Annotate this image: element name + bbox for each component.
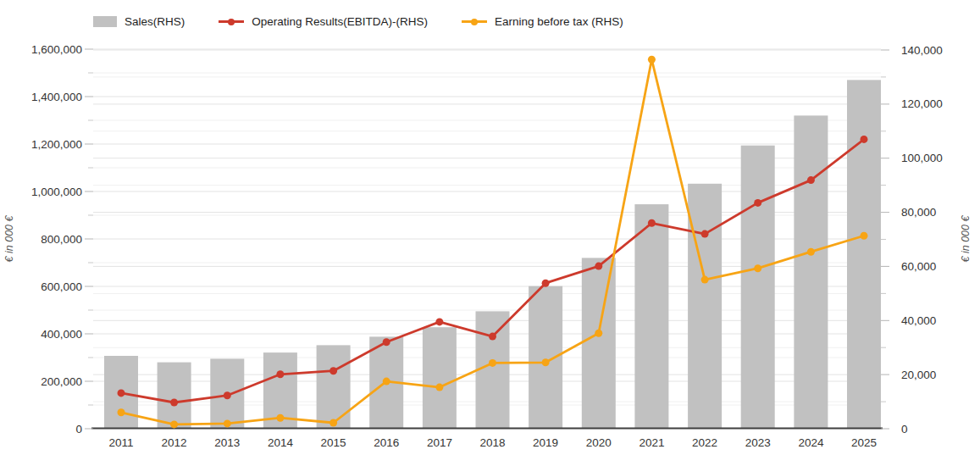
line-dot-icon — [462, 20, 487, 23]
bar-swatch-icon — [93, 16, 117, 27]
legend: Sales(RHS) Operating Results(EBITDA)-(RH… — [93, 15, 623, 28]
bar-2021[interactable] — [634, 204, 668, 429]
point-ebt-2025[interactable] — [861, 232, 868, 240]
point-ebt-2019[interactable] — [542, 358, 550, 366]
point-ebitda-2024[interactable] — [807, 176, 815, 184]
x-axis-tick-label-2014: 2014 — [268, 436, 294, 449]
left-axis-tick-label: 1,400,000 — [31, 91, 82, 103]
point-ebt-2017[interactable] — [435, 384, 443, 391]
point-ebitda-2014[interactable] — [276, 370, 284, 378]
bar-2022[interactable] — [688, 184, 722, 429]
right-axis-tick-label: 100,000 — [901, 152, 943, 164]
point-ebt-2022[interactable] — [701, 276, 709, 284]
left-axis-tick-label: 0 — [75, 423, 82, 435]
left-axis-tick-label: 600,000 — [41, 280, 82, 293]
x-axis-tick-label-2024: 2024 — [798, 436, 824, 449]
x-axis-tick-label-2022: 2022 — [692, 436, 717, 449]
point-ebt-2011[interactable] — [118, 408, 125, 416]
point-ebt-2016[interactable] — [383, 378, 390, 386]
point-ebt-2014[interactable] — [276, 414, 284, 422]
legend-label-ebt: Earning before tax (RHS) — [495, 15, 623, 28]
right-axis-tick-label: 80,000 — [901, 206, 936, 219]
right-axis-tick-label: 20,000 — [901, 369, 936, 381]
point-ebitda-2012[interactable] — [170, 399, 178, 407]
point-ebt-2024[interactable] — [807, 248, 815, 256]
bar-2019[interactable] — [529, 286, 562, 429]
bar-2018[interactable] — [476, 311, 510, 429]
bar-2015[interactable] — [317, 345, 351, 429]
x-axis-tick-label-2020: 2020 — [586, 436, 612, 449]
point-ebitda-2020[interactable] — [595, 263, 602, 270]
point-ebitda-2016[interactable] — [383, 338, 390, 346]
right-axis-tick-label: 140,000 — [901, 44, 943, 57]
point-ebitda-2019[interactable] — [542, 280, 550, 287]
dot-icon — [228, 19, 235, 25]
x-axis-tick-label-2019: 2019 — [533, 436, 558, 449]
left-axis-title: € in 000 € — [3, 215, 15, 263]
legend-item-ebt[interactable]: Earning before tax (RHS) — [462, 15, 623, 28]
x-axis-tick-label-2013: 2013 — [214, 436, 240, 449]
dot-icon — [471, 19, 478, 25]
chart-canvas: 0200,000400,000600,000800,0001,000,0001,… — [0, 0, 980, 466]
x-axis-tick-label-2012: 2012 — [162, 436, 187, 449]
point-ebt-2023[interactable] — [754, 264, 761, 272]
point-ebitda-2022[interactable] — [701, 230, 709, 238]
bar-2020[interactable] — [582, 258, 616, 429]
point-ebt-2012[interactable] — [170, 420, 178, 428]
legend-item-ebitda[interactable]: Operating Results(EBITDA)-(RHS) — [219, 15, 428, 28]
point-ebitda-2015[interactable] — [329, 367, 337, 374]
left-axis-tick-label: 200,000 — [41, 375, 82, 388]
left-axis-tick-label: 1,200,000 — [31, 138, 82, 151]
left-axis-tick-label: 400,000 — [41, 328, 82, 341]
bar-2012[interactable] — [158, 363, 191, 429]
bar-2024[interactable] — [794, 115, 828, 429]
point-ebitda-2011[interactable] — [118, 389, 125, 397]
left-axis-tick-label: 1,000,000 — [31, 186, 82, 198]
x-axis-tick-label-2015: 2015 — [321, 436, 346, 449]
point-ebt-2013[interactable] — [224, 419, 231, 427]
point-ebitda-2013[interactable] — [224, 391, 231, 399]
legend-label-ebitda: Operating Results(EBITDA)-(RHS) — [252, 15, 428, 28]
left-axis-tick-label: 800,000 — [41, 233, 82, 246]
x-axis-tick-label-2023: 2023 — [745, 436, 771, 449]
left-axis-tick-label: 1,600,000 — [31, 43, 82, 56]
point-ebitda-2021[interactable] — [648, 219, 656, 227]
chart: Sales(RHS) Operating Results(EBITDA)-(RH… — [0, 0, 980, 466]
bar-2023[interactable] — [741, 146, 775, 429]
bar-2025[interactable] — [847, 80, 881, 429]
right-axis-tick-label: 40,000 — [901, 314, 936, 327]
legend-label-sales: Sales(RHS) — [125, 15, 185, 28]
point-ebt-2018[interactable] — [489, 359, 496, 367]
line-dot-icon — [219, 20, 244, 23]
point-ebitda-2018[interactable] — [489, 333, 496, 341]
point-ebt-2015[interactable] — [329, 419, 337, 427]
right-axis-tick-label: 0 — [901, 423, 908, 435]
legend-item-sales[interactable]: Sales(RHS) — [93, 15, 185, 28]
point-ebitda-2025[interactable] — [861, 136, 868, 143]
x-axis-tick-label-2016: 2016 — [374, 436, 399, 449]
point-ebitda-2017[interactable] — [435, 318, 443, 325]
point-ebt-2020[interactable] — [595, 330, 602, 337]
x-axis-tick-label-2025: 2025 — [851, 436, 877, 449]
right-axis-title: € in 000 € — [960, 215, 972, 263]
point-ebt-2021[interactable] — [648, 56, 656, 64]
x-axis-tick-label-2021: 2021 — [639, 436, 664, 449]
x-axis-tick-label-2018: 2018 — [479, 436, 505, 449]
right-axis-tick-label: 60,000 — [901, 260, 936, 273]
right-axis-tick-label: 120,000 — [901, 97, 943, 110]
bar-2017[interactable] — [423, 327, 457, 429]
x-axis-tick-label-2011: 2011 — [108, 436, 133, 449]
point-ebitda-2023[interactable] — [754, 199, 761, 207]
x-axis-tick-label-2017: 2017 — [427, 436, 452, 449]
